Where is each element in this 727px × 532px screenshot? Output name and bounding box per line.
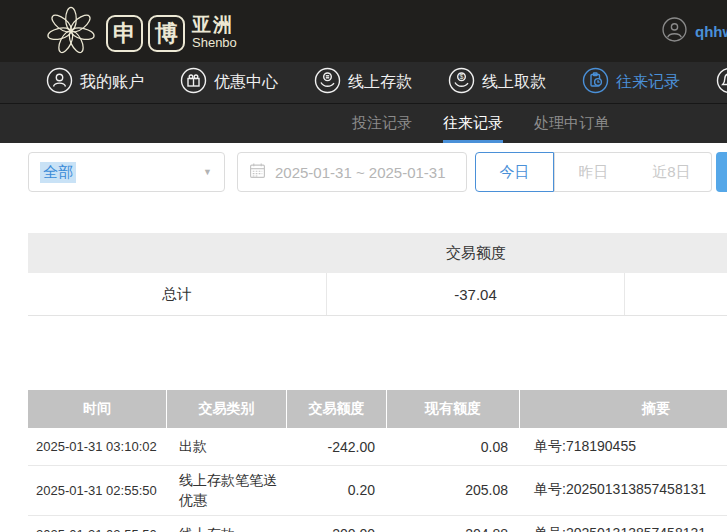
row-balance: 204.88	[387, 522, 520, 532]
date-range-value: 2025-01-31 ~ 2025-01-31	[275, 164, 446, 181]
nav-label: 我的账户	[80, 72, 144, 93]
brand-logo[interactable]: 申 博 亚洲 Shenbo	[44, 5, 237, 61]
nav-label: 线上存款	[348, 72, 412, 93]
nav-label: 优惠中心	[214, 72, 278, 93]
records-icon	[582, 67, 609, 98]
row-type: 出款	[167, 432, 287, 460]
date-range-input[interactable]: 2025-01-31 ~ 2025-01-31	[237, 152, 467, 192]
username-label: qhhw	[695, 23, 727, 40]
type-select-value: 全部	[40, 162, 76, 183]
bell-icon	[716, 67, 727, 98]
transactions-table: 时间 交易类别 交易额度 现有额度 摘要 2025-01-31 03:10:02…	[28, 390, 727, 532]
summary-table: 交易额度 总计 -37.04	[28, 233, 727, 316]
user-account-area[interactable]: qhhw	[662, 0, 727, 62]
nav-label: 线上取款	[482, 72, 546, 93]
chevron-down-icon: ▼	[203, 167, 212, 177]
row-note: 单号:202501313857458131	[520, 477, 727, 503]
nav-item-promotions[interactable]: 优惠中心	[180, 67, 278, 98]
tab-pending-orders[interactable]: 处理中订单	[534, 104, 609, 143]
search-button[interactable]	[716, 152, 727, 192]
brand-subtitle: 亚洲 Shenbo	[192, 15, 237, 50]
summary-total-label: 总计	[28, 273, 327, 315]
summary-empty-cell	[625, 273, 727, 315]
row-type: 线上存款笔笔送优惠	[167, 466, 287, 515]
nav-label: 往来记录	[616, 72, 680, 93]
today-button[interactable]: 今日	[475, 152, 554, 192]
summary-header-row: 交易额度	[28, 233, 727, 273]
last-8-days-button[interactable]: 近8日	[632, 152, 712, 192]
tab-transaction-records[interactable]: 往来记录	[443, 104, 503, 143]
nav-item-transactions[interactable]: 往来记录	[582, 67, 680, 98]
lotus-flower-icon	[44, 5, 98, 61]
row-note: 单号:202501313857458131	[520, 521, 727, 532]
avatar-icon	[662, 17, 687, 46]
nav-item-deposit[interactable]: 线上存款	[314, 67, 412, 98]
table-row: 2025-01-31 02:55:50 线上存款 200.00 204.88 单…	[28, 516, 727, 532]
brand-char-2: 博	[148, 15, 185, 52]
deposit-icon	[314, 67, 341, 98]
summary-header-spacer	[625, 233, 727, 273]
row-time: 2025-01-31 02:55:50	[28, 479, 167, 502]
brand-en-label: Shenbo	[192, 36, 237, 50]
table-header-row: 时间 交易类别 交易额度 现有额度 摘要	[28, 390, 727, 428]
col-header-balance: 现有额度	[387, 390, 520, 428]
row-amount: 0.20	[287, 478, 387, 502]
col-header-type: 交易类别	[167, 390, 287, 428]
nav-item-messages[interactable]: 信	[716, 67, 727, 98]
table-row: 2025-01-31 03:10:02 出款 -242.00 0.08 单号:7…	[28, 428, 727, 466]
col-header-amount: 交易额度	[287, 390, 387, 428]
top-brand-bar: 申 博 亚洲 Shenbo qhhw	[0, 0, 727, 62]
summary-total-value: -37.04	[327, 273, 625, 315]
col-header-time: 时间	[28, 390, 167, 428]
tab-bet-records[interactable]: 投注记录	[352, 104, 412, 143]
record-tabs: 投注记录 往来记录 处理中订单	[0, 103, 727, 143]
nav-item-my-account[interactable]: 我的账户	[46, 67, 144, 98]
gift-icon	[180, 67, 207, 98]
table-row: 2025-01-31 02:55:50 线上存款笔笔送优惠 0.20 205.0…	[28, 466, 727, 516]
row-time: 2025-01-31 02:55:50	[28, 523, 167, 532]
summary-header-spacer	[28, 233, 327, 273]
row-note: 单号:718190455	[520, 434, 727, 460]
row-amount: -242.00	[287, 435, 387, 459]
brand-name-boxes: 申 博	[106, 15, 185, 52]
calendar-icon	[249, 162, 266, 182]
nav-item-withdraw[interactable]: $ 线上取款	[448, 67, 546, 98]
yesterday-button[interactable]: 昨日	[554, 152, 633, 192]
main-navbar: 我的账户 优惠中心 线上存款 $	[0, 62, 727, 103]
col-header-note: 摘要	[520, 390, 727, 428]
brand-region-label: 亚洲	[192, 15, 237, 36]
row-balance: 0.08	[387, 435, 520, 459]
row-balance: 205.08	[387, 478, 520, 502]
type-select[interactable]: 全部 ▼	[28, 152, 225, 192]
svg-text:$: $	[460, 73, 464, 80]
row-amount: 200.00	[287, 522, 387, 532]
row-type: 线上存款	[167, 520, 287, 532]
user-icon	[46, 67, 73, 98]
row-time: 2025-01-31 03:10:02	[28, 435, 167, 458]
summary-header-amount: 交易额度	[327, 233, 625, 273]
summary-total-row: 总计 -37.04	[28, 273, 727, 316]
brand-char-1: 申	[106, 15, 143, 52]
withdraw-icon: $	[448, 67, 475, 98]
